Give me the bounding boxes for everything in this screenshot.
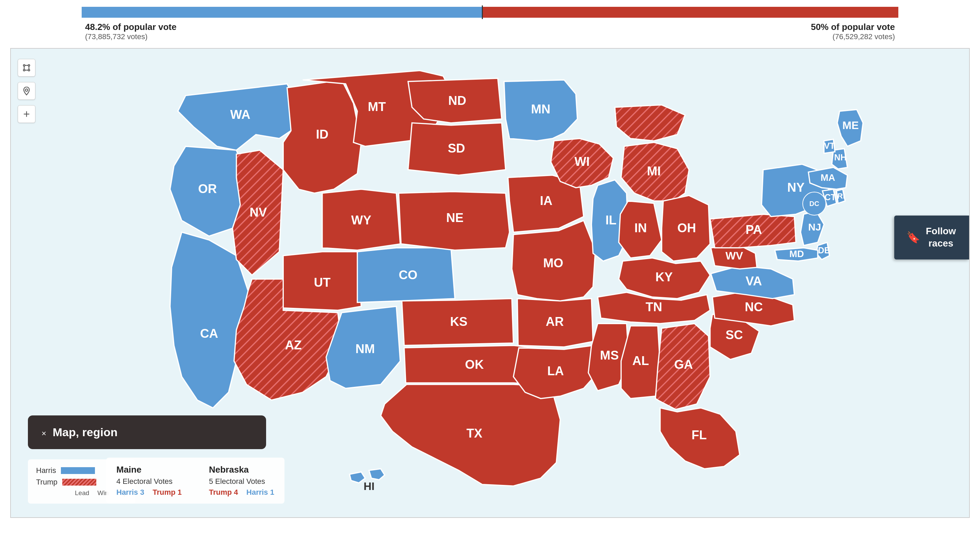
- svg-text:CO: CO: [399, 268, 417, 282]
- svg-text:MN: MN: [531, 102, 550, 116]
- states-info: Maine 4 Electoral Votes Harris 3 Trump 1…: [106, 458, 285, 504]
- tooltip-title: Map, region: [53, 426, 118, 439]
- svg-text:CT: CT: [824, 192, 836, 202]
- harris-bar: [82, 7, 482, 18]
- collapse-tool-button[interactable]: [18, 105, 35, 123]
- svg-text:VT: VT: [824, 141, 835, 150]
- svg-point-8: [25, 89, 28, 91]
- svg-text:WY: WY: [351, 213, 371, 227]
- location-tool-button[interactable]: [18, 82, 35, 100]
- svg-text:AL: AL: [632, 354, 649, 368]
- harris-count: (73,885,732 votes): [85, 32, 177, 41]
- svg-text:MA: MA: [821, 172, 835, 183]
- svg-text:WI: WI: [574, 155, 590, 169]
- svg-text:KS: KS: [450, 314, 468, 329]
- svg-text:AZ: AZ: [285, 338, 302, 352]
- map-container: WA OR CA NV ID MT WY UT AZ CO NM ND: [10, 48, 970, 518]
- svg-text:TN: TN: [646, 300, 662, 314]
- svg-text:AR: AR: [546, 314, 564, 329]
- svg-text:UT: UT: [314, 275, 331, 289]
- state-hi2[interactable]: [369, 469, 385, 480]
- maine-ev: 4 Electoral Votes: [116, 477, 182, 486]
- trump-bar: [482, 7, 898, 18]
- svg-text:TX: TX: [466, 426, 482, 440]
- svg-text:VA: VA: [746, 274, 762, 288]
- vote-bar: [82, 7, 898, 18]
- svg-text:WA: WA: [231, 108, 250, 121]
- svg-text:MI: MI: [647, 164, 661, 178]
- svg-text:NJ: NJ: [808, 221, 821, 233]
- svg-text:ID: ID: [316, 127, 329, 141]
- svg-text:OR: OR: [198, 182, 217, 196]
- svg-text:RI: RI: [837, 192, 845, 200]
- svg-text:MS: MS: [600, 348, 619, 362]
- harris-legend-label: Harris: [36, 466, 56, 475]
- svg-text:KY: KY: [655, 270, 673, 284]
- svg-point-0: [24, 65, 25, 66]
- svg-point-2: [24, 69, 25, 71]
- nebraska-votes: Trump 4 Harris 1: [209, 488, 274, 497]
- svg-text:ND: ND: [448, 94, 466, 108]
- svg-text:FL: FL: [692, 428, 707, 442]
- nebraska-ev: 5 Electoral Votes: [209, 477, 274, 486]
- top-bar: 48.2% of popular vote (73,885,732 votes)…: [0, 0, 980, 45]
- svg-text:SD: SD: [448, 141, 465, 155]
- svg-text:DE: DE: [818, 246, 830, 255]
- state-hi[interactable]: [350, 472, 365, 483]
- svg-text:LA: LA: [547, 364, 564, 378]
- dc-circle: DC: [802, 192, 826, 216]
- tooltip-close-button[interactable]: ×: [41, 429, 49, 438]
- trump-count: (76,529,282 votes): [811, 32, 895, 41]
- follow-races-button[interactable]: 🔖 Follow races: [894, 216, 969, 259]
- svg-text:PA: PA: [746, 223, 762, 237]
- svg-text:OK: OK: [465, 358, 484, 372]
- map-tooltip: × Map, region: [28, 415, 266, 449]
- harris-legend-bar: [61, 467, 95, 474]
- svg-text:IL: IL: [605, 213, 617, 227]
- maine-name: Maine: [116, 465, 182, 475]
- svg-text:NH: NH: [834, 153, 846, 162]
- svg-text:IN: IN: [634, 221, 647, 235]
- bookmark-icon: 🔖: [907, 230, 920, 245]
- maine-info: Maine 4 Electoral Votes Harris 3 Trump 1: [116, 465, 182, 497]
- svg-text:WV: WV: [725, 250, 743, 262]
- follow-races-label: Follow races: [925, 225, 957, 250]
- svg-text:NM: NM: [356, 342, 375, 356]
- svg-text:MD: MD: [789, 249, 804, 259]
- svg-text:NV: NV: [250, 205, 267, 219]
- trump-label: 50% of popular vote (76,529,282 votes): [811, 22, 895, 41]
- harris-percent: 48.2% of popular vote: [85, 22, 177, 32]
- filter-tool-button[interactable]: [18, 59, 35, 77]
- center-line: [482, 5, 483, 19]
- svg-text:NY: NY: [788, 180, 805, 195]
- trump-percent: 50% of popular vote: [811, 22, 895, 32]
- svg-text:SC: SC: [725, 328, 743, 342]
- svg-text:NE: NE: [446, 211, 463, 225]
- trump-legend-bar: [62, 479, 96, 485]
- map-tools: [18, 59, 35, 123]
- svg-text:ME: ME: [842, 119, 859, 131]
- nebraska-name: Nebraska: [209, 465, 274, 475]
- state-mi-upper[interactable]: [615, 105, 685, 140]
- svg-text:OH: OH: [677, 221, 696, 235]
- vote-bar-container: 48.2% of popular vote (73,885,732 votes)…: [82, 7, 898, 41]
- nebraska-info: Nebraska 5 Electoral Votes Trump 4 Harri…: [209, 465, 274, 497]
- svg-text:GA: GA: [674, 358, 693, 372]
- svg-text:MO: MO: [543, 256, 563, 270]
- svg-point-1: [28, 65, 30, 66]
- svg-text:NC: NC: [745, 300, 763, 314]
- svg-text:IA: IA: [540, 194, 553, 208]
- vote-labels: 48.2% of popular vote (73,885,732 votes)…: [82, 22, 898, 41]
- svg-point-3: [28, 69, 30, 71]
- trump-legend-label: Trump: [36, 478, 57, 487]
- svg-text:HI: HI: [363, 480, 374, 492]
- harris-label: 48.2% of popular vote (73,885,732 votes): [85, 22, 177, 41]
- maine-votes: Harris 3 Trump 1: [116, 488, 182, 497]
- svg-text:MT: MT: [368, 100, 386, 114]
- svg-text:CA: CA: [200, 327, 218, 340]
